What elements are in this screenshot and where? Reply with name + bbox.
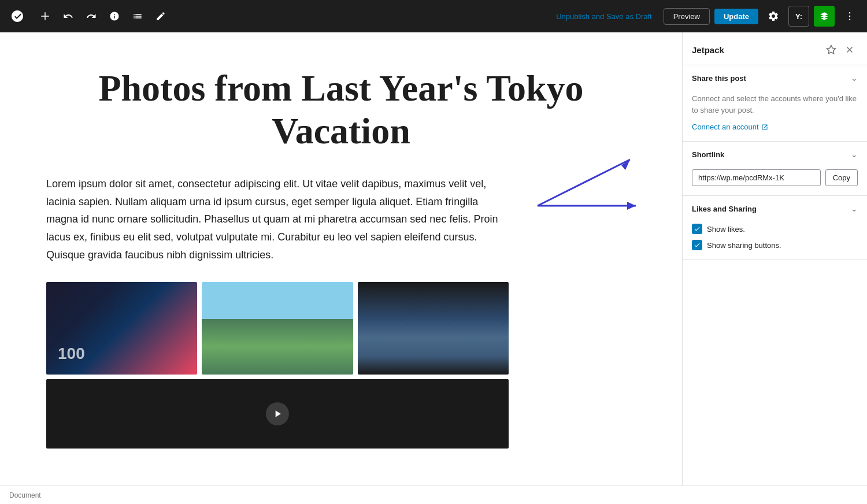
jetpack-button[interactable] bbox=[814, 6, 835, 27]
show-sharing-row: Show sharing buttons. bbox=[692, 240, 858, 250]
likes-section-header[interactable]: Likes and Sharing ⌄ bbox=[683, 196, 867, 221]
status-text: Document bbox=[9, 491, 41, 499]
wp-logo bbox=[7, 6, 28, 27]
toolbar: Unpublish and Save as Draft Preview Upda… bbox=[0, 0, 867, 32]
share-section-title: Share this post bbox=[692, 74, 746, 83]
svg-point-0 bbox=[849, 12, 851, 14]
shortlink-section: Shortlink ⌄ Copy bbox=[683, 142, 867, 196]
toolbar-right: Unpublish and Save as Draft Preview Upda… bbox=[549, 6, 860, 27]
editor-area: Photos from Last Year's Tokyo Vacation L… bbox=[0, 32, 682, 486]
svg-marker-7 bbox=[827, 46, 836, 54]
main-area: Photos from Last Year's Tokyo Vacation L… bbox=[0, 32, 867, 486]
wide-image[interactable] bbox=[46, 379, 509, 449]
green-field-image[interactable] bbox=[202, 282, 353, 375]
svg-marker-6 bbox=[627, 202, 636, 210]
add-block-button[interactable] bbox=[35, 6, 55, 27]
post-title[interactable]: Photos from Last Year's Tokyo Vacation bbox=[46, 67, 636, 152]
connect-account-link[interactable]: Connect an account bbox=[692, 123, 768, 131]
share-description: Connect and select the accounts where yo… bbox=[692, 93, 858, 116]
close-icon bbox=[844, 45, 855, 55]
checkmark-icon-2 bbox=[694, 242, 701, 249]
shortlink-chevron-icon: ⌄ bbox=[851, 150, 858, 159]
star-button[interactable] bbox=[823, 42, 839, 58]
post-content[interactable]: Lorem ipsum dolor sit amet, consectetur … bbox=[46, 175, 509, 264]
likes-section-title: Likes and Sharing bbox=[692, 205, 757, 213]
show-likes-row: Show likes. bbox=[692, 224, 858, 234]
likes-section: Likes and Sharing ⌄ Show likes. Show sha… bbox=[683, 196, 867, 260]
checkmark-icon bbox=[694, 225, 701, 232]
tools-button[interactable] bbox=[150, 6, 171, 27]
info-button[interactable] bbox=[104, 6, 125, 27]
arrow-annotation bbox=[532, 148, 659, 217]
redo-button[interactable] bbox=[81, 6, 102, 27]
tokyo-image[interactable]: 100 bbox=[46, 282, 197, 375]
wp-logo-icon bbox=[10, 9, 24, 23]
likes-chevron-icon: ⌄ bbox=[851, 204, 858, 213]
panel-header: Jetpack bbox=[683, 32, 867, 65]
more-options-button[interactable] bbox=[839, 6, 860, 27]
show-sharing-checkbox[interactable] bbox=[692, 240, 702, 250]
preview-button[interactable]: Preview bbox=[664, 8, 710, 25]
connect-account-text: Connect an account bbox=[692, 123, 759, 131]
svg-marker-4 bbox=[621, 160, 630, 170]
share-chevron-icon: ⌄ bbox=[851, 73, 858, 83]
likes-section-body: Show likes. Show sharing buttons. bbox=[683, 221, 867, 260]
image-row: 100 bbox=[46, 282, 509, 375]
shortlink-section-title: Shortlink bbox=[692, 150, 724, 159]
share-section-body: Connect and select the accounts where yo… bbox=[683, 91, 867, 141]
shortlink-input[interactable] bbox=[692, 169, 821, 186]
undo-button[interactable] bbox=[58, 6, 79, 27]
external-link-icon bbox=[761, 124, 768, 131]
svg-line-3 bbox=[538, 160, 630, 206]
jetpack-icon bbox=[820, 12, 829, 21]
svg-point-1 bbox=[849, 16, 851, 17]
lake-image[interactable] bbox=[358, 282, 509, 375]
right-panel: Jetpack Share this post ⌄ bbox=[682, 32, 867, 486]
yoast-icon: Y: bbox=[795, 12, 802, 21]
show-likes-label: Show likes. bbox=[707, 225, 745, 234]
close-panel-button[interactable] bbox=[842, 42, 858, 58]
shortlink-section-header[interactable]: Shortlink ⌄ bbox=[683, 142, 867, 167]
svg-point-2 bbox=[849, 19, 851, 21]
panel-header-actions bbox=[823, 42, 858, 58]
shortlink-section-body: Copy bbox=[683, 167, 867, 195]
shortlink-row: Copy bbox=[692, 169, 858, 186]
yoast-button[interactable]: Y: bbox=[788, 6, 809, 27]
share-section: Share this post ⌄ Connect and select the… bbox=[683, 65, 867, 142]
show-sharing-label: Show sharing buttons. bbox=[707, 241, 781, 250]
status-bar: Document bbox=[0, 486, 867, 504]
star-icon bbox=[826, 45, 836, 55]
share-section-header[interactable]: Share this post ⌄ bbox=[683, 65, 867, 91]
list-view-button[interactable] bbox=[127, 6, 148, 27]
panel-title: Jetpack bbox=[692, 45, 724, 55]
copy-button[interactable]: Copy bbox=[825, 169, 858, 186]
show-likes-checkbox[interactable] bbox=[692, 224, 702, 234]
unpublish-button[interactable]: Unpublish and Save as Draft bbox=[549, 9, 658, 24]
settings-button[interactable] bbox=[763, 6, 784, 27]
update-button[interactable]: Update bbox=[714, 9, 758, 24]
